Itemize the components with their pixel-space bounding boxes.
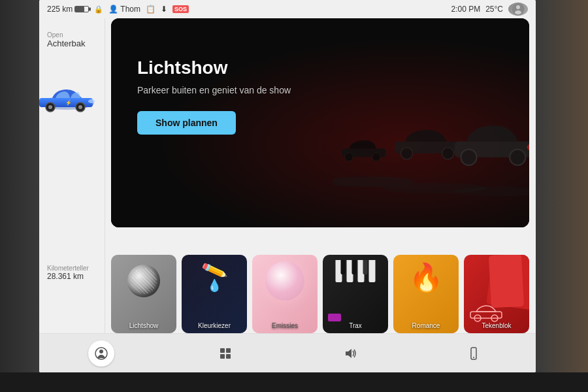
battery-fill xyxy=(75,7,84,12)
disco-ball-icon xyxy=(127,265,160,297)
emissies-label: Emissies xyxy=(252,322,318,329)
calendar-icon-display: 📋 xyxy=(146,5,155,14)
app-tile-romance[interactable]: 🔥 Romance xyxy=(393,255,459,333)
app-tile-lichtshow[interactable]: Lichtshow xyxy=(111,255,176,333)
svg-rect-33 xyxy=(226,354,231,359)
svg-point-16 xyxy=(442,148,454,159)
lock-icon: 🔒 xyxy=(94,5,103,14)
svg-rect-25 xyxy=(470,312,502,318)
temperature-display: 25°C xyxy=(485,5,503,14)
flame-icon: 🔥 xyxy=(409,261,443,293)
bezel-right xyxy=(536,0,588,392)
sos-badge: SOS xyxy=(172,5,189,13)
battery-icon xyxy=(74,6,89,12)
status-bar: 225 km 🔒 👤 Thom 📋 ⬇ SOS 2:00 PM 25°C xyxy=(39,0,536,18)
hero-subtitle: Parkeer buiten en geniet van de show xyxy=(137,85,291,95)
trax-accent xyxy=(328,314,341,321)
calendar-icon: 📋 xyxy=(146,5,155,14)
download-icon: ⬇ xyxy=(161,5,167,14)
svg-point-1 xyxy=(516,5,520,9)
distance-display: 225 km xyxy=(47,5,89,14)
bezel-left xyxy=(0,0,39,392)
svg-rect-32 xyxy=(220,354,225,359)
svg-point-35 xyxy=(473,357,474,358)
hero-banner: Lichtshow Parkeer buiten en geniet van d… xyxy=(111,18,529,227)
taskbar-volume-button[interactable] xyxy=(336,340,363,367)
show-plannen-button[interactable]: Show plannen xyxy=(137,111,236,135)
svg-point-13 xyxy=(372,153,381,161)
app-tile-kleurkiezer[interactable]: ✏️ 💧 Kleurkiezer xyxy=(182,255,247,333)
svg-point-9 xyxy=(88,99,95,103)
sos-display: SOS xyxy=(172,5,189,13)
kleurkiezer-label: Kleurkiezer xyxy=(182,322,247,329)
svg-point-15 xyxy=(401,148,413,159)
open-value: Achterbak xyxy=(47,39,97,48)
trax-label: Trax xyxy=(323,322,388,329)
tekenblok-bg xyxy=(464,255,529,333)
sidebar-car-image: ⚡ xyxy=(39,84,98,116)
svg-point-6 xyxy=(48,105,52,109)
download-icon-display: ⬇ xyxy=(161,5,167,14)
car-info: Open Achterbak xyxy=(47,31,97,48)
screen: 225 km 🔒 👤 Thom 📋 ⬇ SOS 2:00 PM 25°C xyxy=(39,0,536,372)
svg-point-8 xyxy=(78,105,82,109)
taskbar xyxy=(39,333,536,372)
odometer-label: Kilometerteller xyxy=(47,265,89,272)
app-tile-tekenblok[interactable]: Tekenblok xyxy=(464,255,529,333)
drop-icon: 💧 xyxy=(207,278,221,293)
svg-point-20 xyxy=(510,150,525,165)
app-tile-emissies[interactable]: Emissies xyxy=(252,255,318,333)
emissies-blob xyxy=(265,261,304,301)
taskbar-home-button[interactable] xyxy=(88,340,114,367)
main-content: Lichtshow Parkeer buiten en geniet van d… xyxy=(105,18,536,333)
app-tile-trax[interactable]: Trax xyxy=(323,255,388,333)
lichtshow-label: Lichtshow xyxy=(111,322,176,329)
odometer-section: Kilometerteller 28.361 km xyxy=(47,265,89,281)
piano-keys-group xyxy=(336,260,376,282)
taskbar-phone-button[interactable] xyxy=(461,340,487,367)
odometer-value: 28.361 km xyxy=(47,272,89,281)
sidebar-divider xyxy=(105,18,105,333)
distance-value: 225 km xyxy=(47,5,73,14)
svg-rect-31 xyxy=(226,348,231,353)
svg-rect-30 xyxy=(220,348,225,353)
lock-display: 🔒 xyxy=(94,5,103,14)
person-icon: 👤 xyxy=(108,5,118,14)
user-display: 👤 Thom xyxy=(108,5,140,14)
autopilot-icon xyxy=(508,3,528,16)
open-label: Open xyxy=(47,31,97,39)
svg-point-2 xyxy=(515,10,521,14)
svg-text:⚡: ⚡ xyxy=(65,99,72,106)
user-name: Thom xyxy=(120,5,140,14)
romance-label: Romance xyxy=(393,322,459,329)
hero-cars xyxy=(333,97,529,227)
svg-point-19 xyxy=(461,150,476,165)
bezel-bottom xyxy=(0,372,588,392)
time-display: 2:00 PM xyxy=(451,5,480,14)
svg-point-29 xyxy=(99,350,103,353)
tekenblok-label: Tekenblok xyxy=(464,322,529,329)
status-right: 2:00 PM 25°C xyxy=(451,3,528,16)
app-grid: Lichtshow ✏️ 💧 Kleurkiezer Emissies xyxy=(111,255,529,333)
hero-text: Lichtshow Parkeer buiten en geniet van d… xyxy=(137,57,291,135)
hero-title: Lichtshow xyxy=(137,57,291,78)
svg-point-12 xyxy=(345,153,353,161)
left-sidebar: Open Achterbak xyxy=(39,18,105,333)
taskbar-apps-button[interactable] xyxy=(212,340,238,367)
